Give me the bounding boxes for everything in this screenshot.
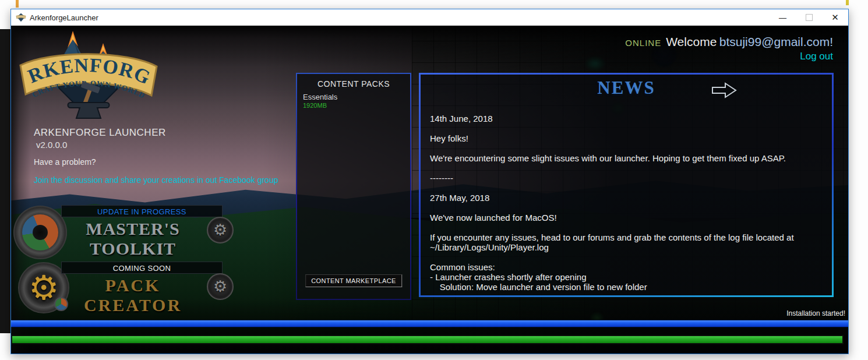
desktop-accent [16, 0, 19, 8]
content-marketplace-button[interactable]: CONTENT MARKETPLACE [305, 274, 402, 287]
toolkit-status-bar: UPDATE IN PROGRESS [61, 205, 223, 217]
gear-icon: ⚙ [213, 279, 227, 295]
account-email: btsuji99@gmail.com! [719, 35, 833, 48]
masters-toolkit-button[interactable]: MASTER'S TOOLKIT [55, 219, 210, 259]
pack-creator-status-bar: COMING SOON [61, 262, 223, 274]
logout-link[interactable]: Log out [625, 51, 833, 62]
news-title: NEWS [421, 77, 832, 98]
window-title: ArkenforgeLauncher [30, 13, 770, 22]
pack-creator-button[interactable]: PACK CREATOR [55, 276, 210, 315]
maximize-icon [806, 14, 813, 21]
news-next-arrow-icon[interactable] [711, 82, 738, 99]
news-body: 14th June, 2018 Hey folks! We're encount… [430, 114, 824, 292]
install-progress-bar [11, 335, 844, 344]
content-packs-panel: CONTENT PACKS Essentials 1920MB CONTENT … [296, 73, 411, 300]
minimize-button[interactable]: — [770, 9, 796, 26]
arkenforge-launcher-window: ArkenforgeLauncher — ✕ ONLINEWelcome bts… [10, 9, 849, 354]
account-status: ONLINEWelcome btsuji99@gmail.com! Log ou… [625, 35, 833, 62]
app-icon [16, 12, 26, 23]
gear-icon: ⚙ [213, 223, 227, 238]
pack-size: 1920MB [303, 102, 410, 109]
titlebar[interactable]: ArkenforgeLauncher — ✕ [11, 9, 848, 26]
online-status-badge: ONLINE [625, 38, 661, 48]
pack-creator-settings-button[interactable]: ⚙ [207, 273, 234, 300]
toolkit-settings-button[interactable]: ⚙ [207, 217, 234, 243]
close-icon: ✕ [831, 12, 839, 23]
welcome-label: Welcome [666, 35, 717, 48]
help-prompt: Have a problem? [34, 157, 96, 167]
pack-list-item[interactable]: Essentials 1920MB [303, 93, 410, 109]
download-progress-bar [11, 320, 848, 327]
app-name: ARKENFORGE LAUNCHER [34, 127, 166, 139]
close-button[interactable]: ✕ [822, 9, 848, 26]
gold-gear-icon: ⚙ [29, 271, 59, 305]
arkenforge-logo: ARKENFORGE CRAFT YOUR OWN WORLD [16, 29, 161, 128]
news-panel: NEWS 14th June, 2018 Hey folks! We're en… [419, 73, 834, 297]
pack-name: Essentials [303, 93, 410, 101]
desktop-strip [0, 29, 10, 333]
minimize-icon: — [779, 13, 786, 22]
content-packs-title: CONTENT PACKS [297, 79, 410, 89]
desktop-accent [846, 0, 849, 5]
facebook-group-link[interactable]: Join the discussion and share your creat… [34, 175, 278, 185]
app-version: v2.0.0.0 [36, 140, 67, 150]
installation-status-message: Installation started! [786, 309, 845, 317]
maximize-button[interactable] [796, 9, 822, 26]
launcher-content: ONLINEWelcome btsuji99@gmail.com! Log ou… [11, 26, 848, 354]
